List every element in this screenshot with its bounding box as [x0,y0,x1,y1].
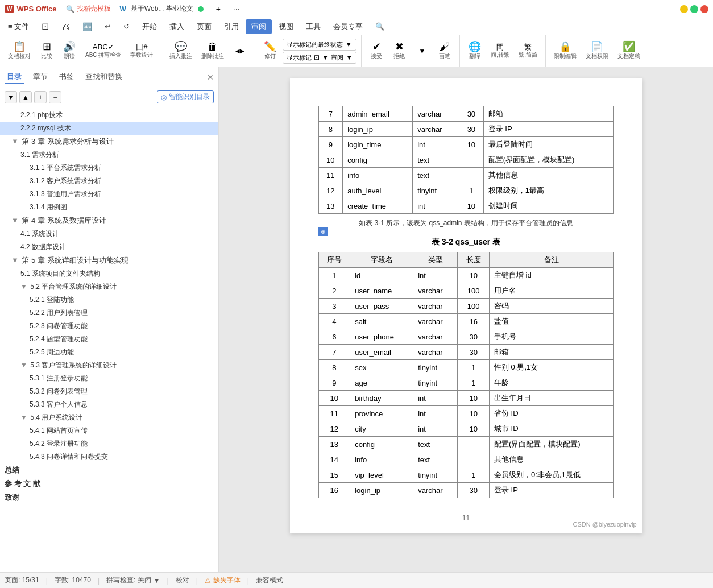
toc-item-4-2[interactable]: 4.2 数据库设计 [0,241,218,254]
revise-label: 修订 [264,52,276,60]
toc-item-thanks[interactable]: 致谢 [0,491,218,504]
table-row: 3user_passvarchar100密码 [318,299,613,314]
toc-item-ch3[interactable]: ▼ 第 3 章 系统需求分析与设计 [0,135,218,148]
doc-name: 基于Web... 毕业论文 [131,4,193,14]
revise-button[interactable]: ✏️ 修订 [260,40,280,61]
sidebar-tab-chapter[interactable]: 章节 [31,71,50,84]
delete-note-label: 删除批注 [201,52,224,60]
read-button[interactable]: 🔊 朗读 [59,40,80,61]
smart-toc-button[interactable]: ◎ 智能识别目录 [157,90,214,103]
template-tab[interactable]: 🔍 找稻壳模板 [66,4,111,14]
toc-item-5-3-2[interactable]: 5.3.2 问卷列表管理 [0,385,218,398]
doc-tab[interactable]: W 基于Web... 毕业论文 [120,4,204,14]
accept-button[interactable]: ✔ 接受 [366,40,387,61]
sidebar-tab-bookmark[interactable]: 书签 [57,71,76,84]
toc-item-5-3[interactable]: ▼ 5.3 客户管理系统的详细设计 [0,359,218,372]
toc-item-2-2-2[interactable]: 2.2.2 mysql 技术 [0,122,218,135]
table-row: 7user_emailvarchar30邮箱 [318,345,613,360]
menu-view[interactable]: 视图 [273,19,299,34]
doc-area[interactable]: 7admin_emailvarchar30邮箱8login_ipvarchar3… [219,67,713,572]
doc-final-button[interactable]: ✅ 文档定稿 [614,40,644,61]
toc-item-2-2-1[interactable]: 2.2.1 php技术 [0,109,218,122]
word-count-button[interactable]: 囗# 字数统计 [127,42,156,60]
toc-item-3-1-4[interactable]: 3.1.4 用例图 [0,201,218,214]
toc-item-3-1-2[interactable]: 3.1.2 客户系统需求分析 [0,175,218,188]
menu-undo[interactable]: ↩ [99,20,117,33]
toc-item-summary[interactable]: 总结 [0,463,218,477]
status-page: 页面: 15/31 [5,575,39,585]
limit-edit-button[interactable]: 🔒 限制编辑 [550,40,580,61]
menu-reference[interactable]: 引用 [218,19,244,34]
toc-item-5-4-1[interactable]: 5.4.1 网站首页宣传 [0,424,218,437]
warn-label: 缺失字体 [213,575,241,585]
simp-label: 繁,简简 [519,51,537,59]
toc-item-5-3-3[interactable]: 5.3.3 客户个人信息 [0,398,218,411]
display-marks-select[interactable]: 显示标记 ⊡ ▼ 审阅 ▼ [283,52,356,64]
menu-save[interactable]: ⊡ [36,19,55,34]
sidebar-tab-toc[interactable]: 目录 [5,71,24,84]
menu-print[interactable]: 🖨 [56,19,76,34]
toc-item-4-1[interactable]: 4.1 系统设计 [0,227,218,241]
menu-review[interactable]: 审阅 [246,19,272,34]
minimize-button[interactable] [680,5,688,13]
toc-item-5-3-1[interactable]: 5.3.1 注册登录功能 [0,372,218,385]
compare-button[interactable]: ⊞ 比较 [36,40,57,61]
doc-rights-button[interactable]: 📄 文档权限 [582,40,612,61]
insert-note-button[interactable]: 💬 插入批注 [166,40,196,61]
reject-button[interactable]: ✖ 拒绝 [389,40,409,61]
toc-item-ch5[interactable]: ▼ 第 5 章 系统详细设计与功能实现 [0,254,218,267]
toc-item-5-1[interactable]: 5.1 系统项目的文件夹结构 [0,267,218,280]
toc-item-5-2-5[interactable]: 5.2.5 周边功能 [0,346,218,359]
toc-item-5-4-2[interactable]: 5.4.2 登录注册功能 [0,437,218,450]
status-check[interactable]: 校对 [176,575,189,585]
display-status-select[interactable]: 显示标记的最终状态 ▼ [283,39,356,51]
wps-logo[interactable]: W WPS Office [5,5,57,13]
menu-search[interactable]: 🔍 [370,20,390,33]
spell-check-button[interactable]: ABC✓ ABC 拼写检查 [82,42,125,60]
toc-item-5-2-1[interactable]: 5.2.1 登陆功能 [0,293,218,307]
toc-item-3-1[interactable]: 3.1 需求分析 [0,148,218,162]
toc-item-5-2-2[interactable]: 5.2.2 用户列表管理 [0,307,218,320]
note-arrow-button[interactable]: ◀▶ [230,47,250,55]
toc-item-3-1-3[interactable]: 3.1.3 普通用户需求分析 [0,188,218,201]
close-button[interactable] [700,5,708,13]
simp-button[interactable]: 繁 繁,简简 [515,42,541,60]
delete-note-button[interactable]: 🗑 删除批注 [198,40,227,61]
toc-item-ch4[interactable]: ▼ 第 4 章 系统及数据库设计 [0,214,218,227]
new-tab-button[interactable]: + [213,3,224,15]
paint-button[interactable]: 🖌 画笔 [434,40,455,61]
ellipsis-button[interactable]: ··· [233,5,240,14]
toc-item-5-4[interactable]: ▼ 5.4 用户系统设计 [0,411,218,424]
toc-item-5-4-3[interactable]: 5.4.3 问卷详情和问卷提交 [0,450,218,463]
menu-tools[interactable]: 工具 [300,19,326,34]
maximize-button[interactable] [690,5,698,13]
translate-button[interactable]: 🌐 翻译 [465,40,485,61]
toolbar-group-translate: 🌐 翻译 間 间,转繁 繁 繁,简简 [465,35,546,67]
sidebar-tab-findreplace[interactable]: 查找和替换 [83,71,125,84]
menu-page[interactable]: 页面 [191,19,217,34]
trad-simp-button[interactable]: 間 间,转繁 [487,42,513,60]
toc-item-5-2[interactable]: ▼ 5.2 平台管理系统的详细设计 [0,280,218,293]
toc-expand-button[interactable]: ▼ [5,91,17,103]
toc-item-5-2-4[interactable]: 5.2.4 题型管理功能 [0,333,218,346]
menu-vip[interactable]: 会员专享 [328,19,368,34]
toc-item-references[interactable]: 参 考 文 献 [0,477,218,491]
status-spell[interactable]: 拼写检查: 关闭 ▼ [106,575,160,585]
menu-start[interactable]: 开始 [136,19,163,34]
toc-remove-button[interactable]: − [49,91,61,103]
limit-edit-label: 限制编辑 [554,52,577,60]
reject-dropdown-button[interactable]: ▼ [412,46,432,56]
menu-file[interactable]: ≡ 文件 [2,19,35,34]
doc-check-button[interactable]: 📋 文档校对 [5,40,34,61]
toc-item-3-1-1[interactable]: 3.1.1 平台系统需求分析 [0,162,218,175]
sidebar-close-button[interactable]: ✕ [207,73,214,82]
menu-redo[interactable]: ↺ [118,20,135,33]
word-count-icon: 囗# [136,43,147,51]
table-move-handle[interactable]: ⊕ [318,227,328,236]
toc-add-button[interactable]: + [34,91,47,103]
menu-insert[interactable]: 插入 [164,19,190,34]
toc-item-5-2-3[interactable]: 5.2.3 问卷管理功能 [0,320,218,333]
menu-format[interactable]: 🔤 [77,20,98,34]
status-words: 字数: 10470 [55,575,91,585]
toc-up-button[interactable]: ▲ [19,91,32,103]
